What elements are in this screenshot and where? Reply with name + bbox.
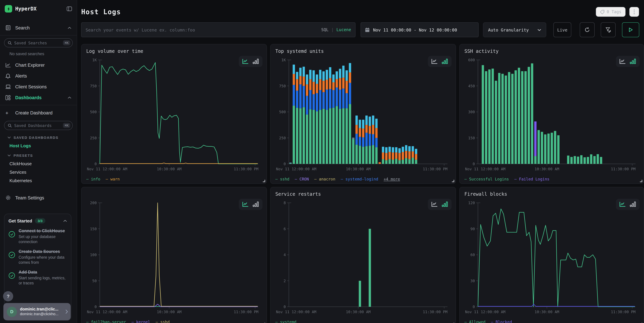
legend-more-link[interactable]: +4 more [384, 177, 400, 181]
sidebar-item-kubernetes[interactable]: Kubernetes [0, 176, 77, 185]
chart-plot[interactable]: 0150300450600Nov 11 12:00:00 AM10:30:00 … [464, 56, 639, 175]
avatar: D [7, 306, 17, 317]
sidebar-item-dashboards[interactable]: Dashboards [0, 92, 77, 103]
line-chart-icon[interactable] [431, 201, 438, 207]
chart-plot[interactable]: 02505007501KNov 11 12:00:00 AM10:30:00 A… [275, 56, 451, 175]
saved-dashboards-input-wrap: ⌘K [4, 121, 73, 130]
event-search-wrap: SQL | Lucene [81, 22, 356, 37]
bell-icon [6, 73, 11, 79]
line-chart-icon[interactable] [619, 59, 626, 64]
sidebar-item-team-settings[interactable]: Team Settings [0, 192, 77, 203]
event-search-input[interactable] [86, 27, 321, 32]
legend-item[interactable]: — kernel [132, 319, 150, 323]
svg-text:250: 250 [90, 136, 97, 140]
legend-item[interactable]: — sshd [156, 319, 170, 323]
panel-title [86, 191, 262, 198]
date-range-picker[interactable]: Nov 11 00:00:00 - Nov 12 00:00:00 [360, 22, 478, 37]
play-icon [628, 28, 633, 32]
sidebar-item-search[interactable]: Search [0, 22, 77, 33]
bar-chart-icon[interactable] [253, 201, 259, 207]
svg-text:11:30:00 PM: 11:30:00 PM [234, 310, 258, 314]
legend-item[interactable]: — Blocked [491, 319, 512, 323]
legend-item[interactable]: — CRON [295, 177, 309, 181]
sidebar-item-client-sessions[interactable]: Client Sessions [0, 81, 77, 92]
saved-searches-input[interactable] [14, 41, 63, 45]
get-started-item-desc: Start sending logs, metrics, or traces [18, 276, 67, 285]
sql-toggle[interactable]: SQL [321, 28, 328, 32]
resize-handle[interactable] [263, 180, 265, 182]
get-started-item-desc: Configure where your data comes from [18, 255, 67, 265]
chart-plot[interactable]: 02468Nov 11 12:00:00 AM10:30:00 AM11:30:… [275, 199, 451, 317]
panel-untitled: 050100150200Nov 11 12:00:00 AM10:30:00 A… [81, 187, 267, 323]
sidebar-item-clickhouse[interactable]: ClickHouse [0, 159, 77, 168]
lucene-toggle[interactable]: Lucene [336, 28, 351, 32]
get-started-item[interactable]: Connect to ClickHouse Set up your databa… [8, 228, 67, 244]
chart-plot[interactable]: 02505007501KNov 11 12:00:00 AM10:30:00 A… [86, 56, 262, 175]
bar-chart-icon[interactable] [442, 201, 448, 207]
run-query-button[interactable] [622, 22, 639, 37]
granularity-select[interactable]: Auto Granularity [483, 22, 546, 37]
kbd-shortcut: ⌘K [63, 40, 70, 45]
chart-plot[interactable]: 050100150200Nov 11 12:00:00 AM10:30:00 A… [86, 199, 262, 317]
line-chart-icon[interactable] [242, 59, 248, 64]
panel-menu-button[interactable] [629, 7, 639, 17]
legend-item[interactable]: — systemd-logind [341, 177, 378, 181]
presets-section-header[interactable]: PRESETS [0, 150, 77, 159]
tags-button-label: 0 Tags [606, 10, 621, 14]
user-email: dominic.tran@clickho... [20, 312, 58, 316]
svg-text:750: 750 [279, 84, 286, 88]
collapse-sidebar-icon[interactable] [67, 7, 72, 11]
chart-legend: — Allowed— Blocked [464, 319, 639, 323]
sidebar-item-chart-explorer[interactable]: Chart Explorer [0, 60, 77, 70]
legend-item[interactable]: — Allowed [464, 319, 486, 323]
legend-item[interactable]: — systemd [275, 319, 296, 323]
line-chart-icon[interactable] [431, 59, 438, 64]
help-button[interactable]: ? [3, 291, 13, 301]
refresh-button[interactable] [580, 22, 594, 37]
filter-button[interactable] [601, 22, 616, 37]
saved-dashboards-input[interactable] [14, 123, 63, 128]
live-button[interactable]: Live [553, 22, 571, 37]
legend-item[interactable]: — warn [106, 177, 120, 181]
get-started-item[interactable]: Create Data Sources Configure where your… [8, 249, 67, 265]
tag-icon [600, 10, 604, 14]
legend-item[interactable]: — Failed Logins [514, 177, 550, 181]
create-dashboard-button[interactable]: + Create Dashboard [0, 107, 77, 118]
sidebar-item-services[interactable]: Services [0, 168, 77, 176]
svg-text:6: 6 [284, 227, 286, 231]
sidebar-item-host-logs[interactable]: Host Logs [0, 142, 77, 150]
get-started-item[interactable]: Add Data Start sending logs, metrics, or… [8, 269, 67, 285]
check-circle-icon [8, 251, 15, 265]
user-menu[interactable]: D dominic.tran@clic... dominic.tran@clic… [4, 303, 71, 320]
panel-ssh-activity: SSH activity0150300450600Nov 11 12:00:00… [459, 44, 644, 184]
page-header: Host Logs 0 Tags [77, 0, 644, 17]
get-started-header[interactable]: Get Started 3/3 [8, 218, 67, 223]
bar-chart-icon[interactable] [630, 59, 636, 64]
svg-text:10:30:00 AM: 10:30:00 AM [346, 167, 371, 171]
svg-text:Nov 11 12:00:00 AM: Nov 11 12:00:00 AM [87, 167, 127, 171]
get-started-item-title: Connect to ClickHouse [18, 228, 67, 234]
line-chart-icon[interactable] [619, 201, 626, 207]
filter-edit-icon [605, 27, 611, 33]
legend-item[interactable]: — sshd [275, 177, 289, 181]
legend-item[interactable]: — info [86, 177, 100, 181]
resize-handle[interactable] [640, 180, 642, 182]
saved-dashboards-section-header[interactable]: SAVED DASHBOARDS [0, 132, 77, 142]
sidebar-item-alerts[interactable]: Alerts [0, 70, 77, 81]
panel-title: Firewall blocks [464, 191, 639, 198]
chart-plot[interactable]: 0306090120Nov 11 12:00:00 AM10:30:00 AM1… [464, 199, 639, 317]
line-chart-icon[interactable] [242, 201, 248, 207]
section-header-label: SAVED DASHBOARDS [14, 135, 58, 140]
get-started-item-desc: Set up your database connection [18, 234, 67, 244]
bar-chart-icon[interactable] [442, 59, 448, 64]
legend-item[interactable]: — anacron [314, 177, 335, 181]
chevron-up-icon [63, 220, 67, 222]
bar-chart-icon[interactable] [253, 59, 259, 64]
resize-handle[interactable] [452, 180, 454, 182]
bar-chart-icon[interactable] [630, 201, 636, 207]
gear-icon [6, 195, 11, 201]
tags-button[interactable]: 0 Tags [596, 7, 626, 17]
legend-item[interactable]: — fail2ban-server [86, 319, 126, 323]
panel-title: Top systemd units [275, 49, 451, 55]
legend-item[interactable]: — Successful Logins [464, 177, 509, 181]
